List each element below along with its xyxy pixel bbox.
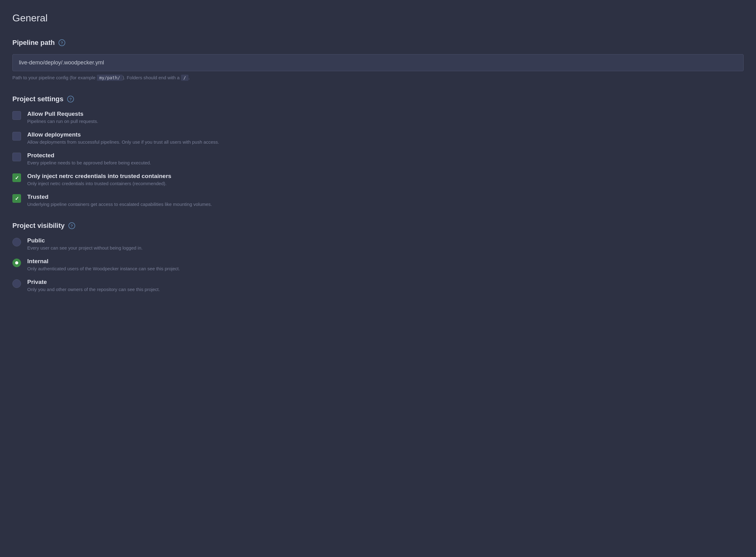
radio-item-private[interactable]: PrivateOnly you and other owners of the … bbox=[12, 278, 744, 292]
pipeline-path-header: Pipeline path ? bbox=[12, 39, 744, 47]
project-settings-help-icon[interactable]: ? bbox=[67, 96, 74, 102]
hint-text-after: ). Folders should end with a bbox=[123, 75, 181, 80]
checkmark-icon: ✓ bbox=[15, 196, 19, 202]
radio-desc-public: Every user can see your project without … bbox=[27, 245, 143, 251]
checkbox-label-only-inject-netrc: Only inject netrc credentials into trust… bbox=[27, 173, 171, 180]
radio-item-internal[interactable]: InternalOnly authenticated users of the … bbox=[12, 258, 744, 271]
radio-label-internal: Internal bbox=[27, 258, 180, 265]
checkbox-label-trusted: Trusted bbox=[27, 194, 212, 200]
project-settings-list: Allow Pull RequestsPipelines can run on … bbox=[12, 111, 744, 207]
radio-item-public[interactable]: PublicEvery user can see your project wi… bbox=[12, 237, 744, 251]
checkbox-allow-deployments[interactable] bbox=[12, 132, 21, 141]
checkbox-desc-allow-deployments: Allow deployments from successful pipeli… bbox=[27, 139, 219, 145]
checkbox-only-inject-netrc[interactable]: ✓ bbox=[12, 173, 21, 182]
hint-code: my/path/ bbox=[97, 75, 123, 81]
checkbox-item-trusted[interactable]: ✓TrustedUnderlying pipeline containers g… bbox=[12, 194, 744, 207]
radio-desc-private: Only you and other owners of the reposit… bbox=[27, 287, 160, 292]
pipeline-path-input[interactable] bbox=[12, 54, 744, 71]
project-settings-section: Project settings ? Allow Pull RequestsPi… bbox=[12, 95, 744, 207]
project-visibility-help-icon[interactable]: ? bbox=[68, 222, 75, 229]
radio-public[interactable] bbox=[12, 238, 21, 246]
pipeline-path-title: Pipeline path bbox=[12, 39, 55, 47]
radio-label-public: Public bbox=[27, 237, 143, 244]
radio-private[interactable] bbox=[12, 279, 21, 288]
checkbox-allow-pull-requests[interactable] bbox=[12, 111, 21, 120]
checkbox-protected[interactable] bbox=[12, 153, 21, 161]
checkbox-trusted[interactable]: ✓ bbox=[12, 194, 21, 203]
checkbox-label-protected: Protected bbox=[27, 152, 151, 159]
checkbox-content-trusted: TrustedUnderlying pipeline containers ge… bbox=[27, 194, 212, 207]
hint-text-end: . bbox=[188, 75, 190, 80]
checkbox-item-allow-deployments[interactable]: Allow deploymentsAllow deployments from … bbox=[12, 131, 744, 145]
project-visibility-title: Project visibility bbox=[12, 222, 65, 230]
pipeline-path-section: Pipeline path ? Path to your pipeline co… bbox=[12, 39, 744, 80]
radio-desc-internal: Only authenticated users of the Woodpeck… bbox=[27, 266, 180, 271]
radio-content-private: PrivateOnly you and other owners of the … bbox=[27, 278, 160, 292]
checkbox-desc-only-inject-netrc: Only inject netrc credentials into trust… bbox=[27, 181, 171, 186]
checkbox-content-protected: ProtectedEvery pipeline needs to be appr… bbox=[27, 152, 151, 165]
checkbox-desc-trusted: Underlying pipeline containers get acces… bbox=[27, 202, 212, 207]
project-settings-title: Project settings bbox=[12, 95, 63, 103]
radio-dot-icon bbox=[15, 261, 18, 264]
radio-internal[interactable] bbox=[12, 259, 21, 267]
project-settings-header: Project settings ? bbox=[12, 95, 744, 103]
checkbox-desc-allow-pull-requests: Pipelines can run on pull requests. bbox=[27, 119, 98, 124]
radio-label-private: Private bbox=[27, 278, 160, 286]
project-visibility-section: Project visibility ? PublicEvery user ca… bbox=[12, 222, 744, 292]
page-title: General bbox=[12, 12, 744, 24]
hint-text-before: Path to your pipeline config (for exampl… bbox=[12, 75, 97, 80]
hint-slash: / bbox=[181, 75, 188, 81]
pipeline-path-hint: Path to your pipeline config (for exampl… bbox=[12, 75, 744, 80]
pipeline-path-help-icon[interactable]: ? bbox=[59, 39, 65, 46]
checkmark-icon: ✓ bbox=[15, 175, 19, 181]
checkbox-desc-protected: Every pipeline needs to be approved befo… bbox=[27, 160, 151, 165]
checkbox-content-only-inject-netrc: Only inject netrc credentials into trust… bbox=[27, 173, 171, 186]
radio-content-public: PublicEvery user can see your project wi… bbox=[27, 237, 143, 251]
project-visibility-list: PublicEvery user can see your project wi… bbox=[12, 237, 744, 292]
checkbox-item-allow-pull-requests[interactable]: Allow Pull RequestsPipelines can run on … bbox=[12, 111, 744, 124]
checkbox-item-only-inject-netrc[interactable]: ✓Only inject netrc credentials into trus… bbox=[12, 173, 744, 186]
checkbox-item-protected[interactable]: ProtectedEvery pipeline needs to be appr… bbox=[12, 152, 744, 165]
checkbox-content-allow-pull-requests: Allow Pull RequestsPipelines can run on … bbox=[27, 111, 98, 124]
checkbox-label-allow-deployments: Allow deployments bbox=[27, 131, 219, 138]
checkbox-label-allow-pull-requests: Allow Pull Requests bbox=[27, 111, 98, 117]
radio-content-internal: InternalOnly authenticated users of the … bbox=[27, 258, 180, 271]
checkbox-content-allow-deployments: Allow deploymentsAllow deployments from … bbox=[27, 131, 219, 145]
project-visibility-header: Project visibility ? bbox=[12, 222, 744, 230]
